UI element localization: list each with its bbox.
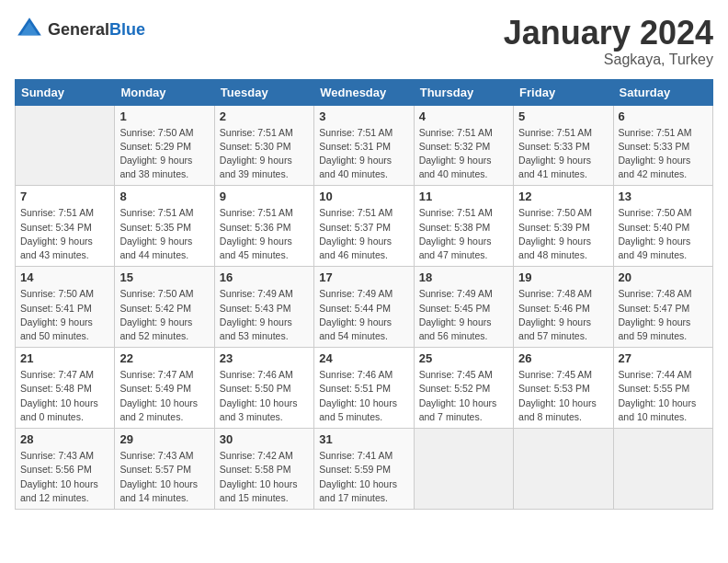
page-header: GeneralBlue January 2024 Sagkaya, Turkey: [15, 15, 713, 68]
calendar-cell: 1Sunrise: 7:50 AMSunset: 5:29 PMDaylight…: [115, 105, 214, 186]
day-info: Sunrise: 7:50 AMSunset: 5:41 PMDaylight:…: [20, 287, 109, 343]
calendar-cell: 25Sunrise: 7:45 AMSunset: 5:52 PMDayligh…: [414, 348, 513, 429]
day-info: Sunrise: 7:44 AMSunset: 5:55 PMDaylight:…: [619, 368, 708, 424]
calendar-cell: 24Sunrise: 7:46 AMSunset: 5:51 PMDayligh…: [314, 348, 414, 429]
calendar-cell: [613, 429, 712, 510]
day-info: Sunrise: 7:43 AMSunset: 5:56 PMDaylight:…: [20, 449, 109, 505]
day-info: Sunrise: 7:48 AMSunset: 5:47 PMDaylight:…: [619, 287, 708, 343]
day-number: 16: [220, 270, 309, 284]
calendar-cell: 7Sunrise: 7:51 AMSunset: 5:34 PMDaylight…: [16, 186, 115, 267]
calendar-cell: 30Sunrise: 7:42 AMSunset: 5:58 PMDayligh…: [214, 429, 313, 510]
day-info: Sunrise: 7:47 AMSunset: 5:48 PMDaylight:…: [20, 368, 109, 424]
day-number: 9: [220, 190, 309, 203]
day-number: 2: [220, 109, 309, 123]
logo-text-blue: Blue: [109, 20, 145, 39]
calendar-cell: 27Sunrise: 7:44 AMSunset: 5:55 PMDayligh…: [613, 348, 712, 429]
day-number: 22: [119, 351, 209, 365]
weekday-header: Friday: [514, 79, 613, 105]
day-number: 19: [518, 270, 608, 284]
calendar-week-row: 28Sunrise: 7:43 AMSunset: 5:56 PMDayligh…: [16, 429, 713, 510]
day-info: Sunrise: 7:48 AMSunset: 5:46 PMDaylight:…: [518, 287, 608, 343]
day-info: Sunrise: 7:46 AMSunset: 5:51 PMDaylight:…: [319, 368, 408, 424]
day-number: 17: [319, 270, 408, 284]
day-number: 23: [220, 351, 309, 365]
day-number: 14: [20, 270, 109, 284]
calendar-cell: 26Sunrise: 7:45 AMSunset: 5:53 PMDayligh…: [514, 348, 613, 429]
day-info: Sunrise: 7:51 AMSunset: 5:38 PMDaylight:…: [419, 206, 508, 262]
day-number: 6: [619, 109, 708, 123]
day-info: Sunrise: 7:50 AMSunset: 5:29 PMDaylight:…: [119, 126, 209, 182]
weekday-header: Tuesday: [214, 79, 313, 105]
calendar-cell: 12Sunrise: 7:50 AMSunset: 5:39 PMDayligh…: [514, 186, 613, 267]
day-number: 12: [518, 190, 608, 203]
day-number: 11: [419, 190, 508, 203]
calendar-cell: 14Sunrise: 7:50 AMSunset: 5:41 PMDayligh…: [16, 267, 115, 348]
day-number: 31: [319, 432, 408, 446]
calendar-cell: 11Sunrise: 7:51 AMSunset: 5:38 PMDayligh…: [414, 186, 513, 267]
calendar-cell: 23Sunrise: 7:46 AMSunset: 5:50 PMDayligh…: [214, 348, 313, 429]
calendar-cell: 6Sunrise: 7:51 AMSunset: 5:33 PMDaylight…: [613, 105, 712, 186]
weekday-header: Sunday: [16, 79, 115, 105]
calendar-title: January 2024: [504, 15, 713, 52]
day-number: 18: [419, 270, 508, 284]
title-area: January 2024 Sagkaya, Turkey: [504, 15, 713, 68]
day-number: 4: [419, 109, 508, 123]
day-info: Sunrise: 7:46 AMSunset: 5:50 PMDaylight:…: [220, 368, 309, 424]
day-number: 15: [119, 270, 209, 284]
calendar-cell: 8Sunrise: 7:51 AMSunset: 5:35 PMDaylight…: [115, 186, 214, 267]
calendar-cell: 5Sunrise: 7:51 AMSunset: 5:33 PMDaylight…: [514, 105, 613, 186]
day-info: Sunrise: 7:51 AMSunset: 5:33 PMDaylight:…: [619, 126, 708, 182]
calendar-cell: 29Sunrise: 7:43 AMSunset: 5:57 PMDayligh…: [115, 429, 214, 510]
day-info: Sunrise: 7:43 AMSunset: 5:57 PMDaylight:…: [119, 449, 209, 505]
day-info: Sunrise: 7:51 AMSunset: 5:33 PMDaylight:…: [518, 126, 608, 182]
day-info: Sunrise: 7:51 AMSunset: 5:35 PMDaylight:…: [119, 206, 209, 262]
day-number: 28: [20, 432, 109, 446]
day-info: Sunrise: 7:45 AMSunset: 5:52 PMDaylight:…: [419, 368, 508, 424]
day-number: 8: [119, 190, 209, 203]
calendar-cell: [16, 105, 115, 186]
calendar-cell: 15Sunrise: 7:50 AMSunset: 5:42 PMDayligh…: [115, 267, 214, 348]
calendar-cell: 17Sunrise: 7:49 AMSunset: 5:44 PMDayligh…: [314, 267, 414, 348]
day-number: 1: [119, 109, 209, 123]
calendar-cell: [514, 429, 613, 510]
calendar-cell: 16Sunrise: 7:49 AMSunset: 5:43 PMDayligh…: [214, 267, 313, 348]
calendar-cell: 4Sunrise: 7:51 AMSunset: 5:32 PMDaylight…: [414, 105, 513, 186]
day-info: Sunrise: 7:45 AMSunset: 5:53 PMDaylight:…: [518, 368, 608, 424]
day-number: 13: [619, 190, 708, 203]
day-info: Sunrise: 7:49 AMSunset: 5:43 PMDaylight:…: [220, 287, 309, 343]
weekday-header: Thursday: [414, 79, 513, 105]
weekday-header: Monday: [115, 79, 214, 105]
logo: GeneralBlue: [15, 15, 145, 44]
logo-text-general: General: [48, 20, 109, 39]
calendar-cell: 2Sunrise: 7:51 AMSunset: 5:30 PMDaylight…: [214, 105, 313, 186]
day-info: Sunrise: 7:41 AMSunset: 5:59 PMDaylight:…: [319, 449, 408, 505]
day-number: 29: [119, 432, 209, 446]
day-info: Sunrise: 7:50 AMSunset: 5:42 PMDaylight:…: [119, 287, 209, 343]
calendar-cell: 28Sunrise: 7:43 AMSunset: 5:56 PMDayligh…: [16, 429, 115, 510]
calendar-week-row: 7Sunrise: 7:51 AMSunset: 5:34 PMDaylight…: [16, 186, 713, 267]
calendar-cell: 21Sunrise: 7:47 AMSunset: 5:48 PMDayligh…: [16, 348, 115, 429]
day-number: 5: [518, 109, 608, 123]
day-number: 3: [319, 109, 408, 123]
calendar-cell: [414, 429, 513, 510]
day-info: Sunrise: 7:51 AMSunset: 5:30 PMDaylight:…: [220, 126, 309, 182]
day-info: Sunrise: 7:51 AMSunset: 5:34 PMDaylight:…: [20, 206, 109, 262]
day-info: Sunrise: 7:47 AMSunset: 5:49 PMDaylight:…: [119, 368, 209, 424]
day-number: 10: [319, 190, 408, 203]
day-number: 30: [220, 432, 309, 446]
calendar-cell: 18Sunrise: 7:49 AMSunset: 5:45 PMDayligh…: [414, 267, 513, 348]
day-info: Sunrise: 7:51 AMSunset: 5:31 PMDaylight:…: [319, 126, 408, 182]
day-number: 27: [619, 351, 708, 365]
calendar-week-row: 1Sunrise: 7:50 AMSunset: 5:29 PMDaylight…: [16, 105, 713, 186]
calendar-cell: 22Sunrise: 7:47 AMSunset: 5:49 PMDayligh…: [115, 348, 214, 429]
calendar-cell: 20Sunrise: 7:48 AMSunset: 5:47 PMDayligh…: [613, 267, 712, 348]
day-info: Sunrise: 7:50 AMSunset: 5:39 PMDaylight:…: [518, 206, 608, 262]
logo-icon: [15, 15, 44, 44]
day-info: Sunrise: 7:42 AMSunset: 5:58 PMDaylight:…: [220, 449, 309, 505]
weekday-header: Saturday: [613, 79, 712, 105]
weekday-header: Wednesday: [314, 79, 414, 105]
day-info: Sunrise: 7:51 AMSunset: 5:32 PMDaylight:…: [419, 126, 508, 182]
day-number: 26: [518, 351, 608, 365]
day-number: 25: [419, 351, 508, 365]
day-number: 24: [319, 351, 408, 365]
